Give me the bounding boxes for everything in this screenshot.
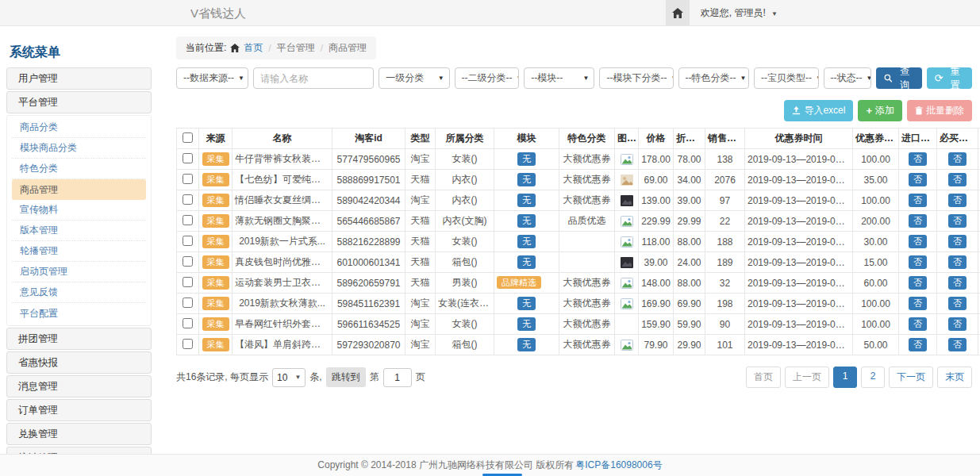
sidebar-item-特色分类[interactable]: 特色分类: [12, 159, 146, 179]
sidebar-item-模块商品分类[interactable]: 模块商品分类: [12, 138, 146, 159]
batch-delete-button[interactable]: 批量删除: [907, 100, 972, 121]
select-all-checkbox[interactable]: [183, 132, 193, 143]
sidebar-section-用户管理[interactable]: 用户管理: [6, 67, 152, 90]
module-badge[interactable]: 无: [517, 235, 536, 248]
sidebar-item-商品分类[interactable]: 商品分类: [12, 117, 146, 138]
module-badge[interactable]: 无: [517, 194, 536, 206]
home-icon: [672, 8, 683, 18]
module-badge[interactable]: 无: [517, 173, 536, 186]
topbar-right: 欢迎您, 管理员! ▼: [666, 0, 778, 25]
must-buy-toggle[interactable]: 否: [948, 317, 967, 330]
must-buy-toggle[interactable]: 否: [948, 173, 967, 186]
must-buy-toggle[interactable]: 否: [948, 214, 967, 227]
breadcrumb-separator: /: [268, 43, 271, 54]
query-button[interactable]: 查询: [876, 67, 922, 89]
taoke-id-cell: 589042420344: [332, 190, 405, 211]
row-checkbox[interactable]: [183, 215, 193, 225]
per-page-select[interactable]: 10 ▼: [272, 368, 306, 387]
sidebar-item-轮播管理[interactable]: 轮播管理: [12, 241, 146, 262]
import-select-toggle[interactable]: 否: [909, 297, 927, 309]
name-cell: 2019新款一片式系...: [233, 232, 332, 252]
sidebar-item-商品管理[interactable]: 商品管理: [12, 179, 146, 200]
module-badge[interactable]: 无: [517, 297, 536, 309]
must-buy-toggle[interactable]: 否: [948, 235, 967, 248]
must-buy-toggle[interactable]: 否: [948, 338, 967, 351]
row-checkbox[interactable]: [183, 318, 193, 328]
add-button[interactable]: + 添加: [858, 100, 902, 121]
module-badge[interactable]: 无: [517, 338, 536, 351]
filter-select-特色分类[interactable]: --特色分类--▼: [678, 67, 749, 89]
home-button[interactable]: [666, 0, 690, 25]
sidebar-item-版本管理[interactable]: 版本管理: [12, 221, 146, 241]
row-checkbox[interactable]: [183, 339, 193, 349]
filter-select-宝贝类型[interactable]: --宝贝类型--▼: [754, 67, 819, 89]
must-buy-toggle[interactable]: 否: [948, 255, 967, 268]
reset-button[interactable]: ⟳ 重置: [927, 67, 973, 89]
row-select-cell: [177, 170, 199, 190]
sidebar-section-消息管理[interactable]: 消息管理: [6, 375, 152, 397]
sidebar-section-统计管理[interactable]: 统计管理: [6, 447, 152, 454]
filter-select-模块下分类[interactable]: --模块下分类--▼: [599, 67, 673, 89]
sidebar-section-省惠快报[interactable]: 省惠快报: [6, 351, 152, 374]
product-image-icon: [621, 277, 633, 288]
must-buy-cell: 否: [937, 314, 978, 335]
module-badge[interactable]: 无: [517, 214, 536, 227]
sidebar-section-兑换管理[interactable]: 兑换管理: [6, 423, 152, 445]
import-select-toggle[interactable]: 否: [909, 255, 927, 268]
page-button-末页[interactable]: 末页: [937, 367, 972, 388]
sidebar-item-宣传物料[interactable]: 宣传物料: [12, 200, 146, 221]
import-select-toggle[interactable]: 否: [909, 276, 927, 289]
source-badge: 采集: [202, 235, 229, 248]
row-checkbox[interactable]: [183, 256, 193, 267]
import-select-toggle[interactable]: 否: [909, 235, 927, 248]
must-buy-toggle[interactable]: 否: [948, 276, 967, 289]
sidebar-section-拼团管理[interactable]: 拼团管理: [6, 328, 152, 350]
coupon-amount-cell: 15.00: [853, 252, 899, 273]
filter-select-模块[interactable]: --模块--▼: [524, 67, 594, 89]
row-select-cell: [177, 190, 199, 211]
sidebar-section-订单管理[interactable]: 订单管理: [6, 399, 152, 421]
filter-select-二级分类[interactable]: --二级分类--▼: [455, 67, 520, 89]
row-checkbox[interactable]: [183, 194, 193, 205]
module-badge[interactable]: 无: [517, 152, 536, 165]
page-button-首页[interactable]: 首页: [746, 367, 781, 388]
must-buy-toggle[interactable]: 否: [948, 297, 967, 309]
row-checkbox[interactable]: [183, 174, 193, 184]
page-button-下一页[interactable]: 下一页: [889, 367, 933, 388]
filter-select-一级分类[interactable]: 一级分类▼: [379, 67, 449, 89]
import-excel-button[interactable]: 导入excel: [784, 100, 853, 121]
import-select-toggle[interactable]: 否: [909, 214, 927, 227]
coupon-amount-cell: 50.00: [853, 335, 899, 355]
import-select-toggle[interactable]: 否: [909, 152, 927, 165]
row-checkbox[interactable]: [183, 236, 193, 246]
sidebar-item-启动页管理[interactable]: 启动页管理: [12, 262, 146, 282]
must-buy-toggle[interactable]: 否: [948, 152, 967, 165]
module-badge[interactable]: 品牌精选: [497, 276, 541, 289]
jump-button[interactable]: 跳转到: [326, 367, 366, 387]
coupon-time-cell: 2019-09-13—2019-09-18: [745, 335, 853, 355]
module-badge[interactable]: 无: [517, 255, 536, 268]
must-buy-toggle[interactable]: 否: [948, 194, 967, 206]
sidebar-item-意见反馈[interactable]: 意见反馈: [12, 282, 146, 303]
import-select-toggle[interactable]: 否: [909, 317, 927, 330]
import-select-toggle[interactable]: 否: [909, 194, 927, 206]
page-button-2[interactable]: 2: [861, 367, 885, 388]
icp-link[interactable]: 粤ICP备16098006号: [575, 459, 662, 472]
module-badge[interactable]: 无: [517, 317, 536, 330]
sidebar-section-平台管理[interactable]: 平台管理: [6, 91, 152, 113]
data-source-select[interactable]: --数据来源-- ▼: [176, 67, 248, 89]
row-checkbox[interactable]: [183, 277, 193, 287]
row-checkbox[interactable]: [183, 153, 193, 163]
user-menu[interactable]: 欢迎您, 管理员! ▼: [701, 6, 778, 20]
filter-select-状态[interactable]: --状态--▼: [824, 67, 871, 89]
breadcrumb-home-link[interactable]: 首页: [244, 41, 263, 55]
import-select-toggle[interactable]: 否: [909, 173, 927, 186]
row-select-cell: [177, 294, 199, 314]
page-button-上一页[interactable]: 上一页: [785, 367, 829, 388]
name-search-input[interactable]: [253, 67, 374, 89]
sidebar-item-平台配置[interactable]: 平台配置: [12, 303, 146, 324]
import-select-toggle[interactable]: 否: [909, 338, 927, 351]
page-button-1[interactable]: 1: [833, 367, 857, 388]
page-number-input[interactable]: [383, 368, 412, 387]
row-checkbox[interactable]: [183, 298, 193, 308]
